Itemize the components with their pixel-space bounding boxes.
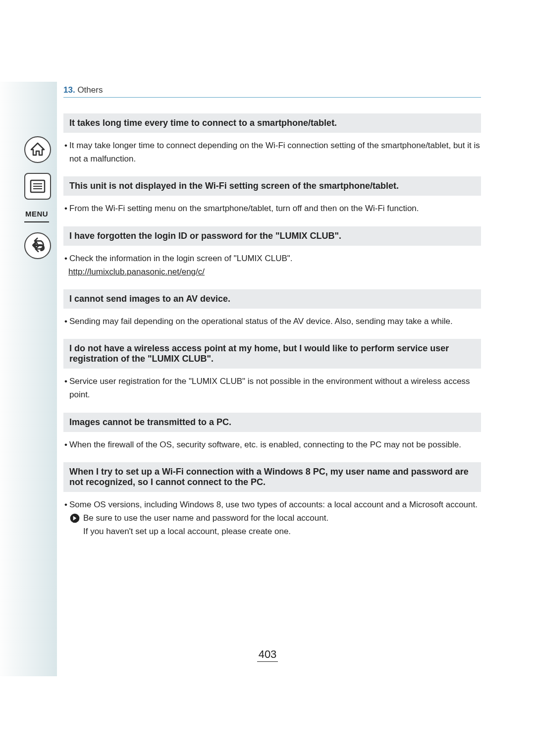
answer-bullet: •Sending may fail depending on the opera… [63, 315, 481, 328]
answer-text: It may take longer time to connect depen… [69, 139, 480, 165]
home-icon[interactable] [24, 136, 51, 163]
page-root: MENU 13. Others It takes long time every… [0, 0, 535, 756]
answer-bullet: •It may take longer time to connect depe… [63, 139, 481, 165]
qa-block: I have forgotten the login ID or passwor… [63, 226, 481, 278]
qa-block: I do not have a wireless access point at… [63, 339, 481, 401]
answer-text: Some OS versions, including Windows 8, u… [69, 498, 480, 511]
back-icon[interactable] [24, 232, 51, 259]
question-heading: I do not have a wireless access point at… [63, 339, 481, 369]
nav-icons-group: MENU [24, 136, 52, 269]
lumix-club-link[interactable]: http://lumixclub.panasonic.net/eng/c/ [68, 267, 205, 276]
qa-block: I cannot send images to an AV device.•Se… [63, 289, 481, 328]
qa-list: It takes long time every time to connect… [63, 113, 481, 538]
qa-block: Images cannot be transmitted to a PC.•Wh… [63, 413, 481, 451]
question-heading: I cannot send images to an AV device. [63, 289, 481, 309]
answer-text: From the Wi-Fi setting menu on the smart… [69, 202, 480, 215]
chapter-title: Others [77, 85, 103, 95]
bullet-dot-icon: • [64, 139, 69, 152]
content-area: 13. Others It takes long time every time… [63, 85, 481, 549]
qa-block: It takes long time every time to connect… [63, 113, 481, 165]
answer-bullet: •When the firewall of the OS, security s… [63, 438, 481, 451]
answer-bullet: •Check the information in the login scre… [63, 252, 481, 265]
menu-button[interactable]: MENU [24, 210, 49, 222]
spacer-icon [69, 526, 80, 537]
answer-sub-text: Be sure to use the user name and passwor… [83, 511, 481, 525]
answer-sub-row: If you haven't set up a local account, p… [69, 525, 481, 538]
answer-text: Service user registration for the "LUMIX… [69, 375, 480, 401]
bullet-dot-icon: • [64, 375, 69, 388]
answer-text: Sending may fail depending on the operat… [69, 315, 480, 328]
bullet-dot-icon: • [64, 252, 69, 265]
contents-list-icon[interactable] [24, 173, 51, 200]
breadcrumb: 13. Others [63, 85, 481, 98]
bullet-dot-icon: • [64, 498, 69, 511]
qa-block: When I try to set up a Wi-Fi connection … [63, 462, 481, 539]
question-heading: It takes long time every time to connect… [63, 113, 481, 133]
question-heading: This unit is not displayed in the Wi-Fi … [63, 176, 481, 196]
arrow-right-circle-icon [69, 513, 80, 524]
answer-link-row: http://lumixclub.panasonic.net/eng/c/ [63, 265, 481, 278]
answer-bullet: •Service user registration for the "LUMI… [63, 375, 481, 401]
bullet-dot-icon: • [64, 202, 69, 215]
page-number-value: 403 [257, 648, 278, 662]
bullet-dot-icon: • [64, 438, 69, 451]
answer-bullet: •From the Wi-Fi setting menu on the smar… [63, 202, 481, 215]
answer-sub-text: If you haven't set up a local account, p… [83, 525, 481, 538]
qa-block: This unit is not displayed in the Wi-Fi … [63, 176, 481, 215]
question-heading: Images cannot be transmitted to a PC. [63, 413, 481, 432]
page-number[interactable]: 403 [0, 648, 535, 661]
answer-bullet: •Some OS versions, including Windows 8, … [63, 498, 481, 511]
bullet-dot-icon: • [64, 315, 69, 328]
answer-text: When the firewall of the OS, security so… [69, 438, 480, 451]
chapter-number: 13. [63, 85, 75, 95]
question-heading: I have forgotten the login ID or passwor… [63, 226, 481, 246]
answer-sub-row: Be sure to use the user name and passwor… [69, 511, 481, 525]
question-heading: When I try to set up a Wi-Fi connection … [63, 462, 481, 492]
answer-text: Check the information in the login scree… [69, 252, 480, 265]
